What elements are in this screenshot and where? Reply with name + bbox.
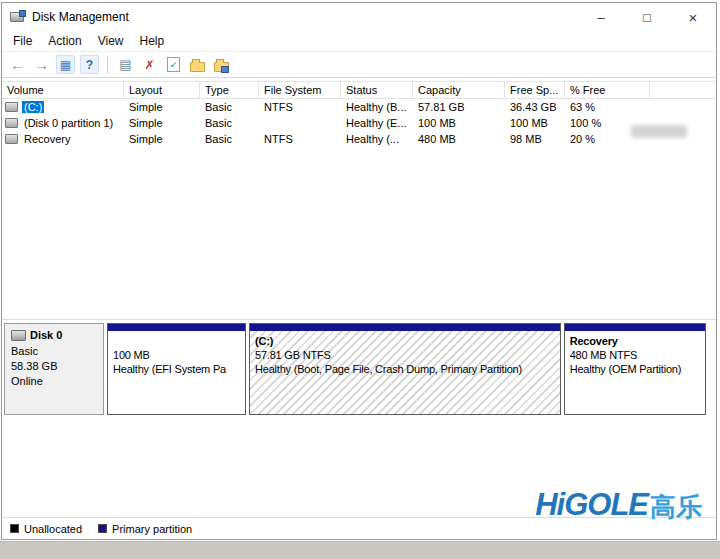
disk-name: Disk 0 bbox=[30, 329, 62, 341]
col-free-space[interactable]: Free Sp... bbox=[505, 82, 565, 98]
disk-0-row: Disk 0 Basic 58.38 GB Online 100 MB Heal… bbox=[4, 323, 706, 415]
minimize-button[interactable]: – bbox=[578, 3, 624, 31]
volume-icon bbox=[5, 102, 18, 112]
col-file-system[interactable]: File System bbox=[259, 82, 341, 98]
volume-name: (C:) bbox=[22, 101, 44, 113]
pane-splitter[interactable] bbox=[2, 319, 716, 320]
maximize-button[interactable]: □ bbox=[624, 3, 670, 31]
page-bottom-strip bbox=[0, 541, 720, 559]
forward-icon[interactable]: → bbox=[32, 55, 51, 74]
col-status[interactable]: Status bbox=[341, 82, 413, 98]
close-button[interactable]: × bbox=[670, 3, 716, 31]
volume-list: Volume Layout Type File System Status Ca… bbox=[2, 81, 716, 147]
toolbar: ← → ▦ ? ▤ ✗ ✓ bbox=[2, 52, 716, 78]
disk-type: Basic bbox=[11, 345, 97, 357]
title-bar[interactable]: Disk Management – □ × bbox=[2, 3, 716, 31]
primary-partition-swatch bbox=[98, 524, 107, 533]
partition-strip: 100 MB Healthy (EFI System Pa (C:) 57.81… bbox=[107, 323, 706, 415]
volume-row-recovery[interactable]: Recovery Simple Basic NTFS Healthy (... … bbox=[2, 131, 716, 147]
disk-management-window: Disk Management – □ × File Action View H… bbox=[1, 2, 717, 540]
show-console-tree-icon[interactable]: ▦ bbox=[56, 55, 75, 74]
volume-name: Recovery bbox=[22, 133, 72, 145]
volume-icon bbox=[5, 134, 18, 144]
partition-color-bar bbox=[108, 324, 245, 331]
menu-file[interactable]: File bbox=[5, 32, 40, 50]
disk-icon bbox=[11, 330, 26, 341]
blurred-watermark bbox=[631, 125, 687, 138]
explore-folder-icon[interactable] bbox=[212, 55, 231, 74]
disk-size: 58.38 GB bbox=[11, 360, 97, 372]
partition-color-bar bbox=[565, 324, 705, 331]
col-capacity[interactable]: Capacity bbox=[413, 82, 505, 98]
disk-status: Online bbox=[11, 375, 97, 387]
disk-management-app-icon bbox=[10, 10, 26, 24]
higole-watermark: HiGOLE 高乐 bbox=[535, 489, 702, 520]
menu-view[interactable]: View bbox=[90, 32, 132, 50]
legend-primary-partition: Primary partition bbox=[98, 523, 192, 535]
col-type[interactable]: Type bbox=[200, 82, 259, 98]
partition-efi[interactable]: 100 MB Healthy (EFI System Pa bbox=[107, 323, 246, 415]
properties-icon[interactable]: ▤ bbox=[116, 55, 135, 74]
volume-icon bbox=[5, 118, 18, 128]
partition-c[interactable]: (C:) 57.81 GB NTFS Healthy (Boot, Page F… bbox=[249, 323, 561, 415]
help-icon[interactable]: ? bbox=[80, 55, 99, 74]
volume-name: (Disk 0 partition 1) bbox=[22, 117, 115, 129]
col-filler bbox=[650, 82, 716, 98]
higole-logo-text: HiGOLE bbox=[535, 489, 648, 520]
partition-color-bar bbox=[250, 324, 560, 331]
col-volume[interactable]: Volume bbox=[2, 82, 124, 98]
menu-bar: File Action View Help bbox=[2, 31, 716, 52]
menu-help[interactable]: Help bbox=[132, 32, 173, 50]
delete-volume-icon[interactable]: ✗ bbox=[140, 55, 159, 74]
unallocated-swatch bbox=[10, 524, 19, 533]
partition-recovery[interactable]: Recovery 480 MB NTFS Healthy (OEM Partit… bbox=[564, 323, 706, 415]
volume-row-c[interactable]: (C:) Simple Basic NTFS Healthy (B... 57.… bbox=[2, 99, 716, 115]
disk-0-info-panel[interactable]: Disk 0 Basic 58.38 GB Online bbox=[4, 323, 104, 415]
toolbar-separator bbox=[107, 56, 108, 74]
window-title: Disk Management bbox=[32, 10, 129, 24]
window-controls: – □ × bbox=[578, 3, 716, 31]
higole-logo-cjk: 高乐 bbox=[650, 494, 702, 520]
volume-row-partition1[interactable]: (Disk 0 partition 1) Simple Basic Health… bbox=[2, 115, 716, 131]
open-folder-icon[interactable] bbox=[188, 55, 207, 74]
back-icon[interactable]: ← bbox=[8, 55, 27, 74]
list-header: Volume Layout Type File System Status Ca… bbox=[2, 81, 716, 99]
legend-unallocated: Unallocated bbox=[10, 523, 82, 535]
mark-active-icon[interactable]: ✓ bbox=[164, 55, 183, 74]
col-layout[interactable]: Layout bbox=[124, 82, 200, 98]
col-pct-free[interactable]: % Free bbox=[565, 82, 650, 98]
menu-action[interactable]: Action bbox=[40, 32, 89, 50]
